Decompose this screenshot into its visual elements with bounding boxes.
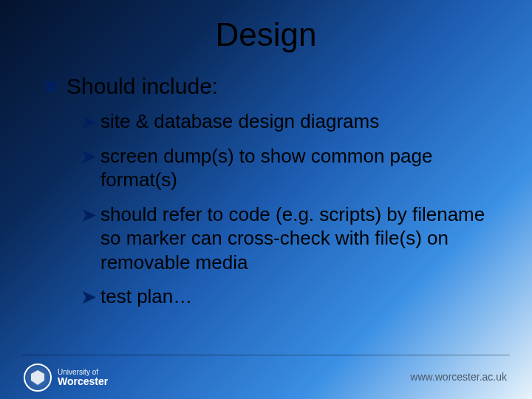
chevron-right-icon: ➤ [81,111,96,133]
slide: Design Should include: ➤ site & database… [0,0,532,399]
logo-text: University of Worcester [58,368,108,387]
list-item: ➤ site & database design diagrams [81,109,502,134]
crest-icon [24,364,52,392]
item-text: test plan… [100,284,192,309]
list-item: Should include: [46,74,502,99]
item-text: should refer to code (e.g. scripts) by f… [100,202,502,275]
chevron-right-icon: ➤ [81,286,96,308]
logo: University of Worcester [24,364,108,392]
slide-content: Should include: ➤ site & database design… [46,74,502,309]
footer: University of Worcester www.worcester.ac… [0,355,532,399]
item-text: site & database design diagrams [100,109,379,134]
chevron-right-icon: ➤ [81,146,96,168]
footer-url: www.worcester.ac.uk [410,371,507,383]
square-bullet-icon [46,81,56,92]
slide-title: Design [0,16,532,53]
item-text: screen dump(s) to show common page forma… [100,144,502,192]
org-line1: University of [58,368,108,376]
heading-text: Should include: [66,74,218,99]
divider [22,355,510,355]
sub-list: ➤ site & database design diagrams ➤ scre… [81,109,502,309]
list-item: ➤ screen dump(s) to show common page for… [81,144,502,192]
list-item: ➤ test plan… [81,284,502,309]
org-line2: Worcester [58,376,108,387]
list-item: ➤ should refer to code (e.g. scripts) by… [81,202,502,275]
chevron-right-icon: ➤ [81,204,96,226]
